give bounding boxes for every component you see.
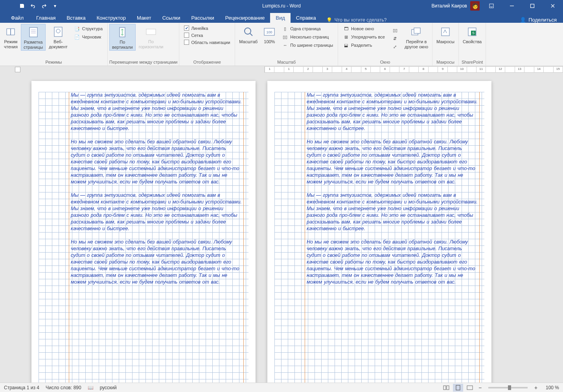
- minimize-icon[interactable]: [503, 0, 521, 12]
- one-page-button[interactable]: ▯Одна страница: [280, 25, 335, 33]
- split-label: Разделить: [351, 43, 372, 48]
- tab-design[interactable]: Конструктор: [91, 13, 131, 23]
- draft-button[interactable]: 📄Черновик: [72, 33, 104, 41]
- reset-position-button[interactable]: ⤢: [390, 43, 400, 51]
- paragraph: Мы — группа энтузиастов, одержимых идеей…: [307, 92, 478, 132]
- tab-mailings[interactable]: Рассылки: [186, 13, 219, 23]
- undo-icon[interactable]: [29, 2, 37, 10]
- margin-line-right: [479, 92, 480, 383]
- checkbox-checked-icon: ✔: [184, 26, 189, 31]
- zoom-in-button[interactable]: +: [532, 385, 539, 391]
- group-macros-label: Макросы: [434, 59, 457, 66]
- tab-layout[interactable]: Макет: [131, 13, 157, 23]
- share-button[interactable]: 👤 Поделиться: [513, 17, 563, 23]
- group-show-label: Отображение: [181, 59, 233, 66]
- outline-button[interactable]: 📑Структура: [72, 25, 104, 33]
- svg-rect-10: [146, 29, 156, 35]
- multi-page-label: Несколько страниц: [290, 35, 329, 39]
- sync-scroll-icon: ⇵: [392, 35, 398, 42]
- avatar[interactable]: 🧑: [470, 1, 480, 11]
- document-area[interactable]: Мы — группа энтузиастов, одержимых идеей…: [0, 73, 563, 383]
- page-2: Мы — группа энтузиастов, одержимых идеей…: [267, 81, 491, 383]
- ribbon: Режим чтения Разметка страницы Веб- доку…: [0, 23, 563, 66]
- grid-checkbox[interactable]: Сетка: [182, 32, 232, 38]
- tab-file[interactable]: Файл: [4, 13, 31, 23]
- share-icon: 👤: [520, 17, 526, 23]
- tab-help[interactable]: Справка: [291, 13, 322, 23]
- paragraph: Но мы не сможем это сделать без вашей об…: [71, 139, 242, 185]
- outline-label: Структура: [82, 26, 103, 31]
- share-label: Поделиться: [528, 17, 557, 23]
- svg-text:S: S: [472, 31, 475, 35]
- tab-insert[interactable]: Вставка: [61, 13, 91, 23]
- print-layout-view-icon[interactable]: [453, 384, 463, 392]
- tab-references[interactable]: Ссылки: [157, 13, 186, 23]
- group-sharepoint-label: SharePoint: [460, 59, 484, 66]
- tab-selector[interactable]: [15, 67, 20, 72]
- tab-view[interactable]: Вид: [270, 13, 291, 23]
- one-page-label: Одна страница: [290, 26, 320, 31]
- word-count[interactable]: Число слов: 890: [46, 385, 81, 390]
- proofing-icon[interactable]: 📖: [88, 385, 94, 390]
- ribbon-options-icon[interactable]: [483, 0, 500, 12]
- arrange-label: Упорядочить все: [351, 35, 385, 39]
- qat-dropdown-icon[interactable]: ▾: [51, 2, 59, 10]
- read-mode-view-icon[interactable]: [441, 384, 451, 392]
- page-width-button[interactable]: ↔По ширине страницы: [280, 41, 335, 49]
- web-layout-view-icon[interactable]: [465, 384, 475, 392]
- switch-windows-button[interactable]: Перейти в другое окно: [402, 24, 431, 50]
- svg-rect-23: [456, 385, 460, 390]
- zoom-out-button[interactable]: −: [477, 385, 484, 391]
- zoom-percent[interactable]: 100 %: [541, 385, 559, 390]
- new-window-button[interactable]: 🗔Новое окно: [341, 25, 386, 33]
- close-icon[interactable]: [544, 0, 561, 12]
- zoom-thumb[interactable]: [508, 385, 511, 390]
- web-layout-button[interactable]: Веб- документ: [46, 24, 70, 50]
- titlebar: ▾ Lumpics.ru - Word Виталий Каиров 🧑: [0, 0, 563, 12]
- vertical-icon: [116, 26, 129, 38]
- paragraph: Но мы не сможем это сделать без вашей об…: [307, 139, 478, 185]
- zoom-100-label: 100%: [264, 39, 275, 44]
- zoom-button[interactable]: Масштаб: [237, 24, 260, 45]
- page-status[interactable]: Страница 1 из 4: [4, 385, 39, 390]
- handwriting-text: Мы — группа энтузиастов, одержимых идеей…: [71, 92, 242, 292]
- window-title: Lumpics.ru - Word: [262, 3, 301, 9]
- svg-rect-3: [29, 27, 37, 37]
- multi-page-icon: ▯▯: [282, 34, 288, 40]
- group-zoom-label: Масштаб: [237, 59, 336, 66]
- one-page-icon: ▯: [282, 26, 288, 32]
- print-layout-button[interactable]: Разметка страницы: [21, 24, 46, 51]
- page-width-icon: ↔: [282, 42, 288, 48]
- split-button[interactable]: ⬓Разделить: [341, 41, 386, 49]
- tell-me-input[interactable]: 💡 Что вы хотите сделать?: [322, 17, 392, 23]
- macros-button[interactable]: Макросы: [434, 24, 457, 45]
- ruler-checkbox[interactable]: ✔Линейка: [182, 25, 232, 31]
- save-icon[interactable]: [18, 2, 26, 10]
- maximize-icon[interactable]: [524, 0, 541, 12]
- paragraph: Мы — группа энтузиастов, одержимых идеей…: [71, 92, 242, 132]
- zoom-slider[interactable]: [488, 387, 528, 388]
- sync-scroll-button[interactable]: ⇵: [390, 35, 400, 42]
- navpane-checkbox[interactable]: Область навигации: [182, 39, 232, 46]
- grid-label: Сетка: [191, 33, 203, 38]
- vertical-button[interactable]: По вертикали: [109, 24, 136, 51]
- margin-line-right: [243, 92, 244, 383]
- group-pagemove-label: Перемещение между страницами: [109, 59, 177, 66]
- horizontal-ruler[interactable]: 1123456789101112131415: [264, 66, 563, 73]
- arrange-all-button[interactable]: ⊞Упорядочить все: [341, 33, 386, 41]
- read-mode-button[interactable]: Режим чтения: [2, 24, 20, 50]
- horizontal-icon: [145, 26, 157, 38]
- ruler-row: 1123456789101112131415: [0, 66, 563, 73]
- page-width-label: По ширине страницы: [290, 43, 333, 48]
- outline-icon: 📑: [74, 26, 80, 32]
- properties-button[interactable]: S Свойства: [460, 24, 484, 45]
- zoom-100-button[interactable]: 100 100%: [261, 24, 278, 45]
- side-by-side-button[interactable]: ▯▯: [390, 26, 400, 34]
- print-layout-label: Разметка страницы: [24, 40, 43, 49]
- tab-home[interactable]: Главная: [31, 13, 61, 23]
- language-status[interactable]: русский: [100, 385, 117, 390]
- tab-review[interactable]: Рецензирование: [220, 13, 270, 23]
- hundred-icon: 100: [263, 26, 276, 38]
- multi-page-button[interactable]: ▯▯Несколько страниц: [280, 33, 335, 41]
- redo-icon[interactable]: [40, 2, 48, 10]
